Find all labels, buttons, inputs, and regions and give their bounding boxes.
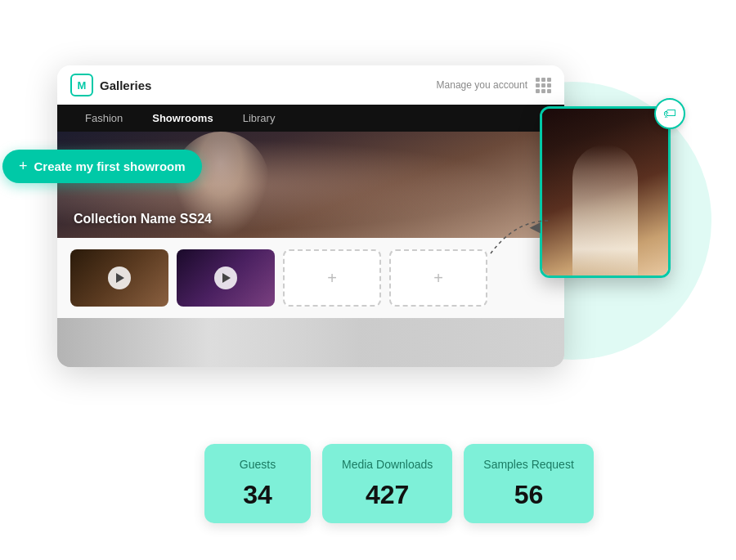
tag-icon-wrapper[interactable]: 🏷 (654, 98, 685, 129)
grid-icon[interactable] (536, 78, 551, 93)
logo-box: M (70, 74, 93, 96)
scene: + Create my first showroom M Galleries M… (0, 0, 736, 560)
stat-guests-label: Guests (224, 457, 291, 472)
nav-library[interactable]: Library (228, 105, 290, 132)
thumbnail-2[interactable] (177, 249, 275, 307)
tag-icon: 🏷 (663, 106, 676, 121)
stat-guests: Guests 34 (204, 444, 311, 523)
featured-photo (542, 109, 668, 276)
plus-icon: + (19, 158, 28, 175)
stat-guests-value: 34 (224, 480, 291, 510)
dashed-arrow-line (482, 213, 556, 262)
create-showroom-label: Create my first showroom (34, 159, 186, 173)
stat-samples-request: Samples Request 56 (464, 444, 594, 523)
featured-image-card[interactable] (540, 106, 671, 278)
thumbnail-1[interactable] (70, 249, 168, 307)
thumb-placeholder-1[interactable]: + (283, 249, 381, 307)
play-triangle-1 (116, 273, 124, 283)
nav-fashion[interactable]: Fashion (70, 105, 137, 132)
nav-showrooms[interactable]: Showrooms (137, 105, 227, 132)
play-triangle-2 (222, 273, 231, 283)
play-button-2[interactable] (214, 267, 237, 289)
topbar-right: Manage you account (437, 78, 551, 93)
arrow-indicator: ◄ (526, 217, 544, 238)
play-button-1[interactable] (108, 267, 131, 289)
stat-samples-label: Samples Request (483, 457, 574, 472)
stat-samples-value: 56 (483, 480, 574, 510)
bottom-strip (57, 318, 564, 367)
stats-row: Guests 34 Media Downloads 427 Samples Re… (204, 444, 594, 523)
stat-downloads-value: 427 (342, 480, 433, 510)
stat-media-downloads: Media Downloads 427 (322, 444, 452, 523)
collection-label: Collection Name SS24 (74, 212, 212, 226)
browser-topbar: M Galleries Manage you account (57, 65, 564, 105)
featured-figure (572, 145, 638, 276)
manage-account-link[interactable]: Manage you account (437, 79, 527, 91)
strip-overlay (57, 318, 564, 367)
app-title: Galleries (100, 78, 151, 92)
thumb-placeholder-2[interactable]: + (389, 249, 487, 307)
nav-bar: Fashion Showrooms Library (57, 105, 564, 132)
app-logo: M Galleries (70, 74, 151, 96)
stat-downloads-label: Media Downloads (342, 457, 433, 472)
create-showroom-button[interactable]: + Create my first showroom (2, 150, 202, 183)
